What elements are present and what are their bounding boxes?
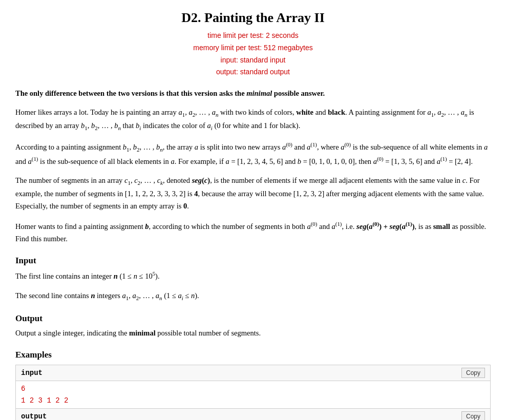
problem-body: The only difference between the two vers… [15,88,491,420]
output-text: Output a single integer, indicating the … [15,327,491,340]
paragraph-2: According to a painting assignment b1, b… [15,140,491,167]
output-type: output: standard output [15,66,491,78]
output-row-header: output Copy [16,409,490,420]
paragraph-4: Homer wants to find a painting assignmen… [15,220,491,245]
paragraph-1: Homer likes arrays a lot. Today he is pa… [15,107,491,133]
diff-note: The only difference between the two vers… [15,88,491,99]
page-title: D2. Painting the Array II [15,10,491,26]
output-header: Output [15,311,491,325]
example-block: input Copy 6 1 2 3 1 2 2 output Copy 4 [15,365,491,420]
input-line1: The first line contains an integer n (1 … [15,269,491,283]
output-label: output [21,411,47,420]
input-label: input [21,367,43,379]
memory-limit: memory limit per test: 512 megabytes [15,42,491,54]
time-limit: time limit per test: 2 seconds [15,30,491,42]
copy-input-button[interactable]: Copy [461,368,485,378]
input-type: input: standard input [15,54,491,67]
meta-info: time limit per test: 2 seconds memory li… [15,30,491,78]
examples-header: Examples [15,348,491,362]
input-row-header: input Copy [16,365,490,381]
copy-output-button[interactable]: Copy [461,411,485,420]
input-line2: The second line contains n integers a1, … [15,290,491,303]
input-header: Input [15,254,491,267]
input-data-line1: 6 1 2 3 1 2 2 [16,381,490,409]
paragraph-3: The number of segments in an array c1, c… [15,175,491,213]
